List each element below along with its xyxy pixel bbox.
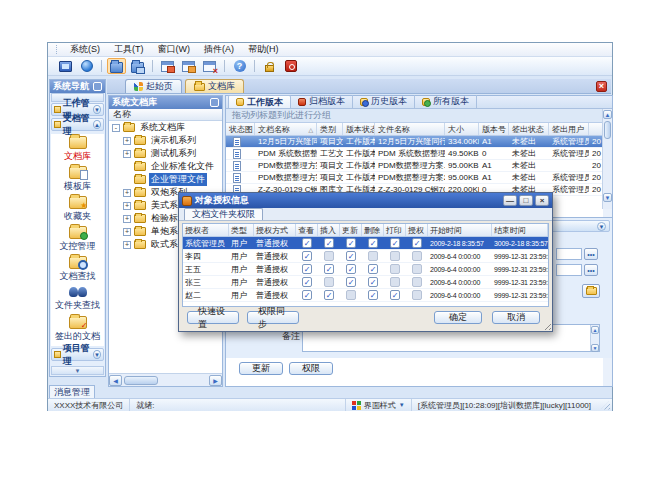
checkbox-checked-icon[interactable]: ✓ bbox=[390, 238, 400, 248]
column-header-3[interactable]: 类别 bbox=[317, 123, 343, 135]
sidebar-item-favorites[interactable]: 收藏夹 bbox=[51, 194, 104, 224]
expand-icon[interactable]: + bbox=[123, 202, 131, 210]
group-by-bar[interactable]: 拖动列标题到此进行分组 bbox=[226, 109, 602, 123]
checkbox-unchecked-icon[interactable] bbox=[368, 251, 378, 261]
sidebar-item-doc-library[interactable]: 文档库 bbox=[51, 134, 104, 164]
collapse-chevron-icon[interactable]: ▼ bbox=[597, 222, 606, 231]
tree-item[interactable]: +测试机系列 bbox=[109, 147, 222, 160]
dialog-column-header-10[interactable]: 开始时间 bbox=[428, 224, 492, 236]
minimize-icon[interactable]: — bbox=[503, 195, 517, 206]
tree-horizontal-scrollbar[interactable]: ◀ ▶ bbox=[109, 373, 222, 386]
dialog-column-header-5[interactable]: 插入 bbox=[318, 224, 340, 236]
expand-icon[interactable]: + bbox=[123, 150, 131, 158]
dialog-title-bar[interactable]: 对象授权信息 — □ × bbox=[179, 193, 552, 208]
close-icon[interactable]: × bbox=[535, 195, 549, 206]
tree-column-header[interactable]: 名称 bbox=[109, 109, 222, 121]
column-header-9[interactable]: 签出用户 bbox=[549, 123, 589, 135]
column-header-8[interactable]: 签出状态 bbox=[509, 123, 549, 135]
sidebar-item-template-library[interactable]: 模板库 bbox=[51, 164, 104, 194]
checkbox-unchecked-icon[interactable] bbox=[390, 264, 400, 274]
scroll-down-icon[interactable]: ▼ bbox=[591, 344, 599, 352]
column-header-4[interactable]: 版本状态 bbox=[343, 123, 375, 135]
checkbox-unchecked-icon[interactable] bbox=[412, 277, 422, 287]
collapse-icon[interactable]: - bbox=[112, 124, 120, 132]
checkbox-unchecked-icon[interactable] bbox=[390, 277, 400, 287]
tab-history-version[interactable]: 历史版本 bbox=[353, 95, 415, 108]
toolbar-button-window-mail[interactable] bbox=[158, 58, 177, 74]
pin-icon[interactable] bbox=[210, 98, 219, 107]
checkbox-checked-icon[interactable]: ✓ bbox=[302, 238, 312, 248]
dialog-column-header-7[interactable]: 删除 bbox=[362, 224, 384, 236]
dialog-column-header-2[interactable]: 类型 bbox=[229, 224, 254, 236]
checkbox-checked-icon[interactable]: ✓ bbox=[368, 238, 378, 248]
sidebar-panel-project-mgmt[interactable]: 项目管理▼ bbox=[51, 348, 104, 361]
authorization-row[interactable]: 张三用户普通授权✓✓✓2009-6-4 0:00:009999-12-31 23… bbox=[183, 276, 548, 289]
authorization-row[interactable]: 系统管理员用户普通授权✓✓✓✓✓✓2009-2-18 8:35:573009-2… bbox=[183, 237, 548, 250]
table-row[interactable]: 12月5日万兴隆同行…项目文档工作版本12月5日万兴隆同行…334.00KBA1… bbox=[226, 136, 603, 148]
dialog-resize-grip[interactable] bbox=[542, 321, 551, 330]
toolbar-button-help[interactable]: ? bbox=[230, 58, 249, 74]
checkbox-checked-icon[interactable]: ✓ bbox=[346, 251, 356, 261]
dialog-column-header-11[interactable]: 结束时间 bbox=[492, 224, 548, 236]
resize-grip[interactable] bbox=[601, 401, 610, 410]
ellipsis-button[interactable]: ••• bbox=[584, 264, 598, 276]
checkbox-unchecked-icon[interactable] bbox=[412, 264, 422, 274]
ellipsis-button[interactable]: ••• bbox=[584, 248, 598, 260]
toolbar-button-power[interactable] bbox=[281, 58, 300, 74]
tree-item[interactable]: +演示机系列 bbox=[109, 134, 222, 147]
checkbox-checked-icon[interactable]: ✓ bbox=[412, 238, 422, 248]
checkbox-checked-icon[interactable]: ✓ bbox=[346, 277, 356, 287]
column-header-7[interactable]: 版本号 bbox=[479, 123, 509, 135]
checkbox-checked-icon[interactable]: ✓ bbox=[302, 264, 312, 274]
checkbox-checked-icon[interactable]: ✓ bbox=[324, 238, 334, 248]
dialog-column-header-8[interactable]: 打印 bbox=[384, 224, 406, 236]
tab-archive-version[interactable]: 归档版本 bbox=[291, 95, 353, 108]
tree-item[interactable]: 企业标准化文件 bbox=[109, 160, 222, 173]
dialog-column-header-1[interactable]: 授权者 bbox=[183, 224, 229, 236]
sidebar-item-checked-out-docs[interactable]: 签出的文档 bbox=[51, 314, 104, 344]
checkbox-checked-icon[interactable]: ✓ bbox=[302, 251, 312, 261]
scroll-up-icon[interactable]: ▲ bbox=[591, 326, 599, 334]
table-row[interactable]: PDM 系统数据整理检…工艺文档工作版本PDM 系统数据整理…49.50KB0未… bbox=[226, 148, 603, 160]
menu-item-tools[interactable]: 工具(T) bbox=[107, 42, 151, 57]
tab-work-version[interactable]: 工作版本 bbox=[228, 95, 291, 108]
toolbar-button-folder[interactable] bbox=[107, 58, 126, 74]
toolbar-button-globe[interactable] bbox=[77, 58, 96, 74]
expand-icon[interactable]: + bbox=[123, 189, 131, 197]
tab-doc-library[interactable]: 文档库 bbox=[185, 79, 244, 93]
checkbox-unchecked-icon[interactable] bbox=[390, 251, 400, 261]
chevron-down-icon[interactable]: ▼ bbox=[93, 105, 101, 114]
expand-icon[interactable]: + bbox=[123, 228, 131, 236]
dialog-column-header-3[interactable]: 授权方式 bbox=[254, 224, 296, 236]
update-button[interactable]: 更新 bbox=[239, 362, 283, 375]
checkbox-checked-icon[interactable]: ✓ bbox=[346, 264, 356, 274]
permission-button[interactable]: 权限 bbox=[289, 362, 333, 375]
scrollbar-thumb[interactable] bbox=[604, 121, 611, 139]
checkbox-checked-icon[interactable]: ✓ bbox=[368, 277, 378, 287]
toolbar-button-computer[interactable] bbox=[56, 58, 75, 74]
close-tab-icon[interactable]: × bbox=[596, 81, 607, 92]
scroll-left-icon[interactable]: ◀ bbox=[109, 375, 122, 386]
checkbox-checked-icon[interactable]: ✓ bbox=[302, 277, 312, 287]
dialog-column-header-4[interactable]: 查看 bbox=[296, 224, 318, 236]
checkbox-checked-icon[interactable]: ✓ bbox=[390, 290, 400, 300]
browse-folder-button[interactable] bbox=[582, 284, 600, 298]
column-header-1[interactable]: 状态图 bbox=[226, 123, 255, 135]
table-row[interactable]: PDM数据整理方案.doc项目文档工作版本PDM数据整理方案.doc95.00K… bbox=[226, 160, 603, 172]
menu-item-system[interactable]: 系统(S) bbox=[63, 42, 107, 57]
expand-icon[interactable]: + bbox=[123, 241, 131, 249]
menu-item-help[interactable]: 帮助(H) bbox=[241, 42, 286, 57]
checkbox-unchecked-icon[interactable] bbox=[324, 251, 334, 261]
tree-item[interactable]: -系统文档库 bbox=[109, 121, 222, 134]
expand-icon[interactable]: + bbox=[123, 137, 131, 145]
scrollbar-thumb[interactable] bbox=[124, 376, 158, 385]
menu-item-window[interactable]: 窗口(W) bbox=[151, 42, 198, 57]
dialog-column-header-9[interactable]: 授权 bbox=[406, 224, 428, 236]
checkbox-checked-icon[interactable]: ✓ bbox=[346, 238, 356, 248]
checkbox-unchecked-icon[interactable] bbox=[324, 277, 334, 287]
scroll-up-icon[interactable]: ▲ bbox=[603, 110, 612, 119]
maximize-icon[interactable]: □ bbox=[519, 195, 533, 206]
sidebar-item-doc-search[interactable]: 文档查找 bbox=[51, 254, 104, 284]
checkbox-checked-icon[interactable]: ✓ bbox=[302, 290, 312, 300]
message-management-tab[interactable]: 消息管理 bbox=[49, 385, 95, 398]
